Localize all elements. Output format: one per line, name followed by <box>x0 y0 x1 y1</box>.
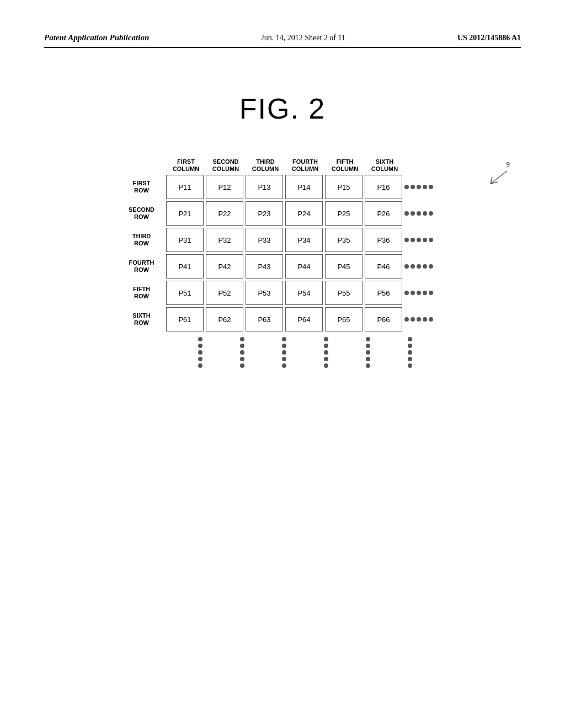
bottom-dot-icon <box>366 363 370 368</box>
header-left: Patent Application Publication <box>44 33 149 42</box>
grid-cell: P21 <box>166 201 204 226</box>
bottom-col-dots <box>390 337 430 368</box>
bottom-dots <box>180 337 432 368</box>
column-header: FOURTHCOLUMN <box>285 158 325 173</box>
grid-cell: P11 <box>166 175 204 199</box>
dot-icon <box>429 264 433 269</box>
dot-icon <box>423 264 427 269</box>
dot-icon <box>423 291 427 295</box>
grid-cell: P46 <box>365 254 402 279</box>
dot-icon <box>423 238 427 242</box>
bottom-dot-icon <box>240 344 244 348</box>
dot-icon <box>411 264 415 269</box>
dot-icon <box>417 185 421 189</box>
row-label: SIXTHROW <box>119 312 166 326</box>
bottom-dot-icon <box>240 350 244 355</box>
grid-cell: P25 <box>325 201 363 226</box>
svg-line-0 <box>491 171 507 184</box>
grid-cell: P65 <box>325 307 363 331</box>
bottom-dot-icon <box>198 344 202 348</box>
grid-cell: P35 <box>325 228 363 252</box>
grid-cell: P52 <box>206 281 243 305</box>
bottom-dot-icon <box>282 350 286 355</box>
grid-cell: P66 <box>365 307 402 331</box>
grid-cell: P45 <box>325 254 363 279</box>
bottom-dot-icon <box>408 363 412 368</box>
bottom-dot-icon <box>366 344 370 348</box>
bottom-dot-icon <box>408 344 412 348</box>
grid-cell: P64 <box>285 307 323 331</box>
table-row: FIRSTROWP11P12P13P14P15P16 <box>119 175 446 199</box>
grid-cell: P62 <box>206 307 243 331</box>
bottom-dot-icon <box>366 350 370 355</box>
bottom-dot-icon <box>366 337 370 341</box>
dot-icon <box>411 317 415 322</box>
dot-icon <box>429 238 433 242</box>
table-row: SECONDROWP21P22P23P24P25P26 <box>119 201 446 226</box>
grid-cell: P24 <box>285 201 323 226</box>
dot-icon <box>429 317 433 322</box>
grid-cell: P13 <box>246 175 283 199</box>
bottom-col-dots <box>348 337 388 368</box>
header-center: Jun. 14, 2012 Sheet 2 of 11 <box>261 34 345 42</box>
grid-cell: P15 <box>325 175 363 199</box>
dot-icon <box>423 211 427 216</box>
column-header: SIXTHCOLUMN <box>365 158 404 173</box>
diagram: FIRSTCOLUMNSECONDCOLUMNTHIRDCOLUMNFOURTH… <box>44 158 521 368</box>
dot-icon <box>429 185 433 189</box>
column-header: THIRDCOLUMN <box>246 158 285 173</box>
bottom-dot-icon <box>198 357 202 361</box>
grid-cell: P22 <box>206 201 243 226</box>
dot-icon <box>411 238 415 242</box>
grid: FIRSTROWP11P12P13P14P15P16SECONDROWP21P2… <box>119 175 446 334</box>
grid-cell: P33 <box>246 228 283 252</box>
dot-icon <box>404 185 409 189</box>
grid-cell: P54 <box>285 281 323 305</box>
dot-icon <box>417 238 421 242</box>
bottom-dot-icon <box>408 350 412 355</box>
bottom-dot-icon <box>324 344 328 348</box>
row-dots <box>404 254 446 279</box>
grid-cell: P16 <box>365 175 402 199</box>
row-label: FIRSTROW <box>119 180 166 194</box>
grid-cell: P34 <box>285 228 323 252</box>
dot-icon <box>417 211 421 216</box>
grid-cell: P44 <box>285 254 323 279</box>
bottom-dot-icon <box>240 337 244 341</box>
table-row: FIFTHROWP51P52P53P54P55P56 <box>119 281 446 305</box>
column-header: SECONDCOLUMN <box>206 158 246 173</box>
bottom-dot-icon <box>282 337 286 341</box>
bottom-dot-icon <box>282 357 286 361</box>
grid-cell: P32 <box>206 228 243 252</box>
dot-icon <box>411 211 415 216</box>
row-label: FIFTHROW <box>119 286 166 300</box>
grid-cell: P55 <box>325 281 363 305</box>
reference-arrow <box>488 170 510 186</box>
row-dots <box>404 201 446 226</box>
figure-title: FIG. 2 <box>44 92 521 125</box>
grid-cell: P53 <box>246 281 283 305</box>
grid-cell: P36 <box>365 228 402 252</box>
dot-icon <box>429 211 433 216</box>
header-right: US 2012/145886 A1 <box>457 34 521 42</box>
row-dots <box>404 175 446 199</box>
page: Patent Application Publication Jun. 14, … <box>0 0 565 728</box>
bottom-dot-icon <box>366 357 370 361</box>
row-label: FOURTHROW <box>119 259 166 274</box>
grid-cell: P51 <box>166 281 204 305</box>
grid-cell: P61 <box>166 307 204 331</box>
bottom-dot-icon <box>324 350 328 355</box>
grid-cell: P43 <box>246 254 283 279</box>
dot-icon <box>404 264 409 269</box>
column-headers: FIRSTCOLUMNSECONDCOLUMNTHIRDCOLUMNFOURTH… <box>166 158 449 173</box>
grid-cell: P56 <box>365 281 402 305</box>
bottom-col-dots <box>222 337 262 368</box>
dot-icon <box>404 238 409 242</box>
bottom-col-dots <box>180 337 220 368</box>
dot-icon <box>404 291 409 295</box>
column-header: FIRSTCOLUMN <box>166 158 206 173</box>
grid-cell: P31 <box>166 228 204 252</box>
bottom-dot-icon <box>324 337 328 341</box>
dot-icon <box>429 291 433 295</box>
bottom-dot-icon <box>408 337 412 341</box>
